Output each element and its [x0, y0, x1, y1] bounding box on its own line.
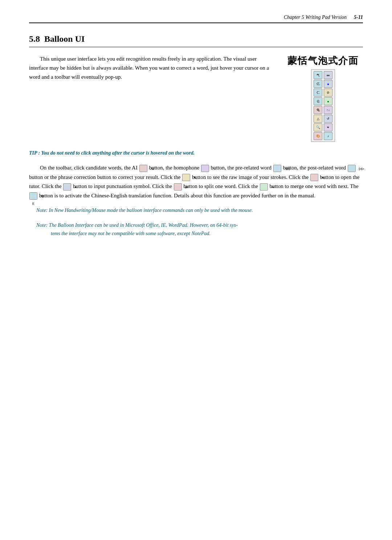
body-text-10: button to merge one word with next. The: [269, 183, 358, 189]
body-text-5: button or the phrase correction button t…: [29, 174, 180, 180]
toolbar-row-5: 龟 ↑↓: [314, 106, 332, 114]
chapter-label: Chapter 5 Writing Pad Version: [284, 15, 347, 20]
body-text-8: button to input punctuation symbol. Clic…: [73, 183, 172, 189]
body-text-2: button, the homophone: [149, 165, 199, 171]
toolbar-btn-palette[interactable]: 🎨: [314, 132, 322, 140]
toolbar-row-4: 仑 ●: [314, 97, 332, 105]
merge-button-icon[interactable]: ⇒: [260, 183, 268, 191]
toolbar-btn-search[interactable]: 🔍: [314, 123, 322, 131]
homophone-button-icon[interactable]: ↑↓: [201, 165, 209, 172]
section-number: 5.8: [29, 34, 40, 44]
note-2-text-end: tems the interface may not be compatible…: [36, 229, 211, 238]
pre-related-button-icon[interactable]: ◁◁: [273, 165, 281, 172]
post-related-button-icon[interactable]: ▷▷: [348, 165, 356, 172]
intro-paragraph: This unique user interface lets you edit…: [29, 54, 272, 81]
body-text-1: On the toolbar, click candidate words, t…: [40, 165, 138, 171]
note-1-text: Note: In New Handwriting/Mouse mode the …: [36, 208, 253, 213]
toolbar-btn-qi[interactable]: 气: [314, 71, 322, 79]
section-heading: Balloon UI: [44, 34, 85, 44]
body-text-11: button is to activate the Chinese-Englis…: [39, 193, 315, 199]
body-text-3: button, the pre-related word: [211, 165, 271, 171]
toolbar-btn-ren[interactable]: 仁: [314, 89, 322, 97]
toolbar-btn-symbol[interactable]: ⊘: [324, 89, 332, 97]
note-2: Note: The Balloon Interface can be used …: [29, 221, 363, 238]
toolbar-row-7: 🔍 ✦: [314, 123, 332, 131]
toolbar-btn-yi[interactable]: 亿: [314, 80, 322, 88]
toolbar-btn-circle-blue[interactable]: ●: [324, 80, 332, 88]
toolbar-btn-music[interactable]: ♪: [324, 132, 332, 140]
toolbar-btn-lun[interactable]: 仑: [314, 97, 322, 105]
strokes-button-icon[interactable]: ✎: [182, 174, 190, 181]
toolbar-btn-triangle[interactable]: △: [314, 115, 322, 123]
toolbar-btn-star[interactable]: ✦: [324, 123, 332, 131]
cn-en-button-icon[interactable]: 中E: [29, 192, 37, 200]
tip-text: TIP : You do not need to click anything …: [29, 149, 363, 157]
balloon-chinese-title: 蒙恬气泡式介面: [287, 54, 359, 67]
toolbar-btn-refresh[interactable]: ↺: [324, 115, 332, 123]
page-header: Chapter 5 Writing Pad Version 5-11: [29, 15, 363, 23]
body-paragraph-1: On the toolbar, click candidate words, t…: [29, 163, 363, 200]
toolbar-btn-green-circle[interactable]: ●: [324, 97, 332, 105]
toolbar-row-3: 仁 ⊘: [314, 89, 332, 97]
note-2-text-start: Note: The Balloon Interface can be used …: [36, 222, 238, 228]
punct-button-icon[interactable]: ●: [63, 183, 71, 191]
tutor-button-icon[interactable]: ✏: [310, 174, 318, 181]
intro-section: This unique user interface lets you edit…: [29, 54, 363, 142]
balloon-ui-image: 蒙恬气泡式介面 气 oo 亿 ● 仁 ⊘ 仑: [283, 54, 363, 142]
page-number: 5-11: [354, 15, 363, 20]
note-1: Note: In New Handwriting/Mouse mode the …: [29, 206, 363, 214]
toolbar-btn-gui[interactable]: 龟: [314, 106, 322, 114]
page: Chapter 5 Writing Pad Version 5-11 5.8 B…: [0, 0, 392, 540]
balloon-toolbar: 气 oo 亿 ● 仁 ⊘ 仑 ●: [311, 69, 335, 142]
tip-content: TIP : You do not need to click anything …: [29, 150, 195, 156]
section-title: 5.8 Balloon UI: [29, 34, 363, 47]
toolbar-row-8: 🎨 ♪: [314, 132, 332, 140]
toolbar-btn-oo[interactable]: oo: [324, 71, 332, 79]
toolbar-row-2: 亿 ●: [314, 80, 332, 88]
body-text-4: button, the post-related word: [283, 165, 346, 171]
toolbar-row-6: △ ↺: [314, 115, 332, 123]
toolbar-btn-arrows[interactable]: ↑↓: [324, 106, 332, 114]
body-text-6: button to see the raw image of your stro…: [192, 174, 309, 180]
split-button-icon[interactable]: ⇌: [174, 183, 182, 191]
ai-button-icon[interactable]: AI: [139, 165, 147, 172]
body-text-9: button to split one word. Click the: [183, 183, 258, 189]
toolbar-row-1: 气 oo: [314, 71, 332, 79]
